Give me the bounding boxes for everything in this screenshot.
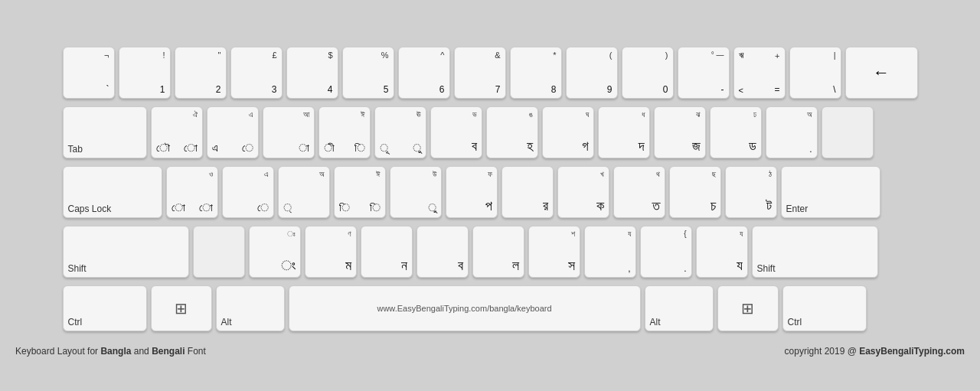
- key-top-right-extra[interactable]: [822, 106, 874, 158]
- key-alt-left[interactable]: Alt: [216, 285, 285, 331]
- key-k[interactable]: খ ক: [557, 166, 609, 218]
- key-4[interactable]: $ 4: [286, 47, 338, 99]
- key-period[interactable]: { .: [640, 226, 692, 278]
- key-w[interactable]: এ এ ে: [207, 106, 259, 158]
- key-ctrl-left[interactable]: Ctrl: [63, 285, 147, 331]
- key-tab[interactable]: Tab: [63, 106, 147, 158]
- windows-icon-right: ⊞: [741, 299, 754, 318]
- key-slash[interactable]: য য: [696, 226, 748, 278]
- key-u[interactable]: ঙ হ: [486, 106, 538, 158]
- key-win-left[interactable]: ⊞: [151, 285, 212, 331]
- key-6[interactable]: ^ 6: [398, 47, 450, 99]
- key-3[interactable]: £ 3: [230, 47, 283, 99]
- key-n[interactable]: ল: [472, 226, 524, 278]
- key-a[interactable]: ও ো ো: [166, 166, 218, 218]
- key-l[interactable]: থ ত: [613, 166, 665, 218]
- key-enter[interactable]: Enter: [781, 166, 880, 218]
- key-y[interactable]: ভ ব: [430, 106, 482, 158]
- key-b[interactable]: ব: [416, 226, 469, 278]
- key-8[interactable]: * 8: [510, 47, 562, 99]
- key-5[interactable]: % 5: [342, 47, 394, 99]
- key-capslock[interactable]: Caps Lock: [63, 166, 162, 218]
- key-semicolon[interactable]: ছ চ: [669, 166, 721, 218]
- keyboard-footer: Keyboard Layout for Bangla and Bengali F…: [0, 343, 980, 357]
- key-backspace[interactable]: ←: [845, 47, 918, 99]
- key-9[interactable]: ( 9: [566, 47, 618, 99]
- key-comma[interactable]: য ,: [584, 226, 636, 278]
- keyboard-row-3: Caps Lock ও ো ো এ ে অ ্: [63, 166, 918, 218]
- keyboard-row-5: Ctrl ⊞ Alt www.EasyBengaliTyping.com/ban…: [63, 285, 918, 331]
- key-p[interactable]: ঝ জ: [654, 106, 706, 158]
- key-1[interactable]: ! 1: [119, 47, 171, 99]
- backspace-arrow-icon: ←: [873, 63, 890, 83]
- key-h[interactable]: ফ প: [446, 166, 498, 218]
- key-shift-right[interactable]: Shift: [752, 226, 878, 278]
- key-backtick[interactable]: ¬ `: [63, 47, 115, 99]
- key-7[interactable]: & 7: [454, 47, 506, 99]
- key-f[interactable]: ঈ ি ি: [334, 166, 386, 218]
- key-e[interactable]: আ া: [263, 106, 315, 158]
- key-q[interactable]: ঐ ৌ ো: [151, 106, 203, 158]
- key-o[interactable]: ধ দ: [598, 106, 650, 158]
- footer-left: Keyboard Layout for Bangla and Bengali F…: [15, 346, 206, 357]
- windows-icon-left: ⊞: [175, 299, 188, 318]
- key-t[interactable]: ঊ ূ ু: [374, 106, 426, 158]
- key-equals[interactable]: ঋ + < =: [733, 47, 786, 99]
- key-win-right[interactable]: ⊞: [717, 285, 779, 331]
- key-open-bracket[interactable]: ঢ ড: [710, 106, 762, 158]
- key-r[interactable]: ঈ ী ি: [318, 106, 371, 158]
- key-backslash[interactable]: | \: [789, 47, 841, 99]
- key-space[interactable]: www.EasyBengaliTyping.com/bangla/keyboar…: [289, 285, 641, 331]
- key-v[interactable]: ন: [361, 226, 413, 278]
- key-ctrl-right[interactable]: Ctrl: [782, 285, 867, 331]
- key-c[interactable]: ণ ম: [305, 226, 357, 278]
- key-x[interactable]: ঃ ং: [249, 226, 301, 278]
- key-0[interactable]: ) 0: [622, 47, 674, 99]
- keyboard-row-1: ¬ ` ! 1 " 2 £ 3 $ 4 % 5: [63, 47, 918, 99]
- key-d[interactable]: অ ্: [278, 166, 330, 218]
- space-url-text: www.EasyBengaliTyping.com/bangla/keyboar…: [377, 304, 551, 313]
- key-2[interactable]: " 2: [175, 47, 227, 99]
- key-close-bracket[interactable]: অ .: [766, 106, 818, 158]
- caps-lock-label: Caps Lock: [68, 204, 112, 214]
- key-j[interactable]: র: [501, 166, 554, 218]
- key-m[interactable]: শ স: [528, 226, 580, 278]
- key-z[interactable]: [193, 226, 245, 278]
- key-quote[interactable]: ঠ ট: [725, 166, 777, 218]
- key-i[interactable]: ঘ গ: [542, 106, 594, 158]
- keyboard: ¬ ` ! 1 " 2 £ 3 $ 4 % 5: [47, 35, 933, 343]
- keyboard-row-4: Shift ঃ ং ণ ম ন ব: [63, 226, 918, 278]
- key-shift-left[interactable]: Shift: [63, 226, 189, 278]
- key-s[interactable]: এ ে: [222, 166, 274, 218]
- key-minus[interactable]: ° — -: [678, 47, 730, 99]
- keyboard-row-2: Tab ঐ ৌ ো এ এ ে আ া: [63, 106, 918, 158]
- key-g[interactable]: উ ু: [390, 166, 442, 218]
- key-alt-right[interactable]: Alt: [645, 285, 714, 331]
- footer-right: copyright 2019 @ EasyBengaliTyping.com: [785, 346, 965, 357]
